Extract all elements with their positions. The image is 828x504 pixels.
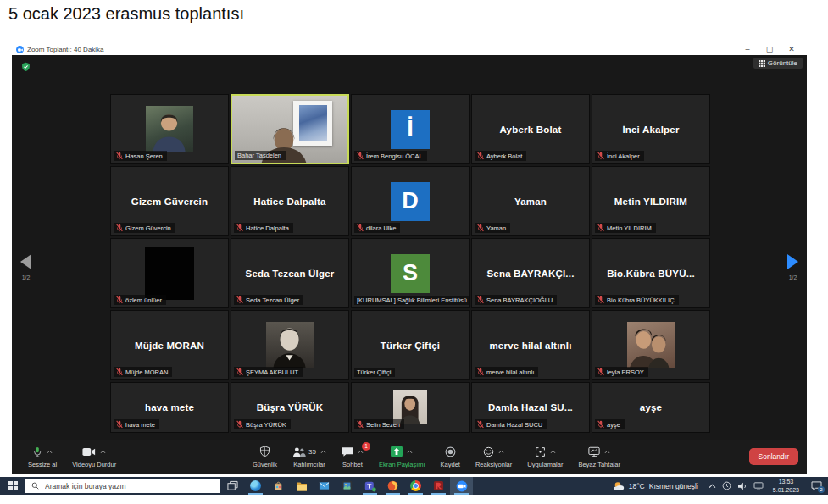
participant-tile[interactable]: Türker ÇiftçiTürker Çiftçi xyxy=(351,310,470,380)
participant-name-label: Selin Sezen xyxy=(354,419,404,429)
participants-button[interactable]: 35Katılımcılar xyxy=(285,444,334,470)
toolbar-button-label: Videoyu Durdur xyxy=(72,461,116,468)
security-button[interactable]: Güvenlik xyxy=(245,444,285,470)
participant-name-label: İnci Akalper xyxy=(595,151,644,161)
network-icon[interactable] xyxy=(753,482,764,490)
participant-tile[interactable]: merve hilal altınlımerve hilal altınlı xyxy=(471,310,590,380)
chevron-up-icon[interactable] xyxy=(320,450,326,454)
participant-tile[interactable]: Selin Sezen xyxy=(351,382,470,433)
search-icon xyxy=(31,482,39,490)
view-button[interactable]: Görüntüle xyxy=(753,58,803,69)
participant-name-label: Bahar Tasdelen xyxy=(235,151,286,160)
participant-tile[interactable]: ayşeayşe xyxy=(592,382,710,433)
participant-tile[interactable]: Bio.Kübra BÜYÜ...Bio.Kübra BÜYÜKKILIÇ xyxy=(592,238,710,308)
task-view-button[interactable] xyxy=(220,477,244,495)
participant-display-name: Müjde MORAN xyxy=(135,341,204,351)
whiteboards-button[interactable]: Beyaz Tahtalar xyxy=(570,444,627,470)
participant-tile[interactable]: Gizem GüvercinGizem Güvercin xyxy=(110,166,229,236)
participant-tile[interactable]: Ayberk BolatAyberk Bolat xyxy=(471,94,590,164)
encryption-shield-icon[interactable] xyxy=(21,62,31,72)
start-button[interactable] xyxy=(0,477,25,495)
participant-tile[interactable]: Bahar Tasdelen xyxy=(231,94,349,164)
zoom-app-icon xyxy=(16,46,24,53)
chevron-up-icon[interactable] xyxy=(47,450,53,454)
windows-taskbar: 18°C Kısmen güneşli 13:53 5.01.2023 2 xyxy=(0,477,828,495)
chevron-up-icon[interactable] xyxy=(498,450,504,454)
window-titlebar: Zoom Toplantı: 40 Dakika – ▢ ✕ xyxy=(12,44,807,55)
update-icon[interactable] xyxy=(722,481,731,490)
share-screen-button[interactable]: Ekran Paylaşımı xyxy=(371,444,433,470)
participant-tile[interactable]: hava metehava mete xyxy=(110,382,229,433)
muted-mic-icon xyxy=(477,152,484,160)
mute-button[interactable]: Sessize al xyxy=(20,444,64,470)
participant-tile[interactable]: Ddilara Ulke xyxy=(351,166,470,236)
participant-tile[interactable]: Damla Hazal SU...Damla Hazal SUCU xyxy=(471,382,590,433)
toolbar-button-label: Güvenlik xyxy=(253,461,277,468)
chevron-up-icon[interactable] xyxy=(358,450,364,454)
participant-display-name: merve hilal altınlı xyxy=(489,341,571,351)
participant-tile[interactable]: Müjde MORANMüjde MORAN xyxy=(110,310,229,380)
chevron-up-icon[interactable] xyxy=(407,450,413,454)
muted-mic-icon xyxy=(357,152,364,160)
taskbar-store-icon[interactable] xyxy=(267,477,290,495)
participant-name-label: Hasan Şeren xyxy=(114,151,167,161)
volume-icon[interactable] xyxy=(737,482,747,490)
participant-tile[interactable]: İnci Akalperİnci Akalper xyxy=(592,94,710,164)
participant-tile[interactable]: Hatice DalpaltaHatice Dalpalta xyxy=(231,166,349,236)
participant-tile[interactable]: leyla ERSOY xyxy=(592,310,710,380)
minimize-button[interactable]: – xyxy=(736,44,759,55)
muted-mic-icon xyxy=(236,296,243,304)
toolbar-button-label: Sessize al xyxy=(28,461,57,468)
muted-mic-icon xyxy=(116,152,123,160)
unread-badge: 1 xyxy=(362,442,370,451)
end-meeting-button[interactable]: Sonlandır xyxy=(749,448,798,465)
apps-button[interactable]: Uygulamalar xyxy=(520,444,570,470)
participant-name-label: ayşe xyxy=(595,419,625,429)
chevron-up-icon[interactable] xyxy=(100,450,106,454)
chevron-up-icon[interactable] xyxy=(709,484,716,489)
participant-display-name: Ayberk Bolat xyxy=(500,125,562,135)
taskbar-firefox-icon[interactable] xyxy=(381,477,404,495)
action-center-button[interactable]: 2 xyxy=(804,477,828,495)
taskbar-file-explorer-icon[interactable] xyxy=(290,477,313,495)
close-button[interactable]: ✕ xyxy=(781,44,803,55)
taskbar-red-app-icon[interactable] xyxy=(427,477,450,495)
mic-icon xyxy=(32,446,42,458)
taskbar-mail-icon[interactable] xyxy=(313,477,336,495)
search-input[interactable] xyxy=(43,481,214,491)
participant-display-name: Sena BAYRAKÇI... xyxy=(486,269,574,279)
stop-video-button[interactable]: Videoyu Durdur xyxy=(64,444,124,470)
participant-tile[interactable]: Metin YILDIRIMMetin YILDIRIM xyxy=(592,166,710,236)
taskbar-clock[interactable]: 13:53 5.01.2023 xyxy=(768,478,804,493)
participant-tile[interactable]: Büşra YÜRÜKBüşra YÜRÜK xyxy=(231,382,349,433)
taskbar-search[interactable] xyxy=(25,479,220,493)
chevron-up-icon[interactable] xyxy=(604,450,610,454)
muted-mic-icon xyxy=(597,152,604,160)
participant-tile[interactable]: S[KURUMSAL] Sağlık Bilimleri Enstitüsü xyxy=(351,238,470,308)
chevron-up-icon[interactable] xyxy=(550,450,556,454)
participant-tile[interactable]: İİrem Bengisu ÖCAL xyxy=(351,94,470,164)
letter-avatar: S xyxy=(391,254,430,293)
participant-tile[interactable]: özlem ünlüer xyxy=(110,238,229,308)
participant-tile[interactable]: ŞEYMA AKBULUT xyxy=(231,310,349,380)
weather-condition: Kısmen güneşli xyxy=(649,482,698,490)
chat-button[interactable]: 1Sohbet xyxy=(334,444,371,470)
taskbar-chrome-icon[interactable] xyxy=(404,477,427,495)
taskbar-teams-icon[interactable] xyxy=(358,477,381,495)
record-button[interactable]: Kaydet xyxy=(433,444,468,470)
muted-mic-icon xyxy=(357,420,364,429)
previous-page-arrow[interactable]: 1/2 xyxy=(20,254,31,280)
participant-tile[interactable]: YamanYaman xyxy=(471,166,590,236)
taskbar-photos-icon[interactable] xyxy=(336,477,358,495)
maximize-button[interactable]: ▢ xyxy=(759,44,781,55)
participant-display-name: Bio.Kübra BÜYÜ... xyxy=(607,269,695,279)
participant-tile[interactable]: Seda Tezcan ÜlgerSeda Tezcan Ülger xyxy=(231,238,349,308)
reactions-button[interactable]: Reaksiyonlar xyxy=(468,444,520,470)
participant-tile[interactable]: Hasan Şeren xyxy=(110,94,229,164)
next-page-arrow[interactable]: 1/2 xyxy=(787,254,798,280)
weather-widget[interactable]: 18°C Kısmen güneşli xyxy=(607,477,704,495)
taskbar-zoom-icon[interactable] xyxy=(450,477,473,495)
taskbar-edge-icon[interactable] xyxy=(244,477,267,495)
participant-name-label: özlem ünlüer xyxy=(114,295,166,305)
participant-tile[interactable]: Sena BAYRAKÇI...Sena BAYRAKÇIOĞLU xyxy=(471,238,590,308)
